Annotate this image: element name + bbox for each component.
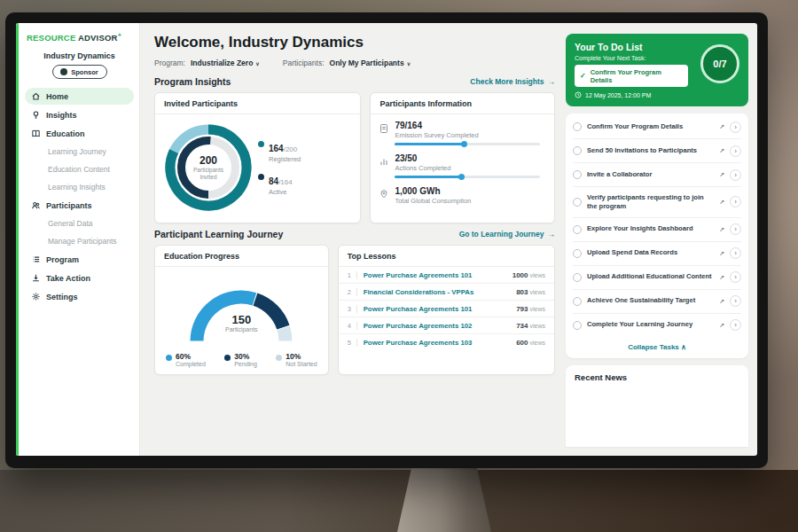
section-title-learning-journey: Participant Learning Journey (154, 229, 283, 239)
task-checkbox[interactable] (573, 170, 582, 179)
legend-dot (166, 355, 172, 361)
task-item[interactable]: Send 50 Invitations to Participants ↗ › (573, 139, 741, 163)
lesson-row: 5 Power Purchase Agreements 103 600views (339, 334, 554, 350)
desk-background (0, 470, 798, 532)
arrow-right-icon: → (548, 77, 556, 86)
sidebar-item-take-action[interactable]: Take Action (25, 270, 134, 286)
external-link-icon: ↗ (719, 250, 724, 257)
chevron-right-icon[interactable]: › (730, 319, 741, 331)
task-checkbox[interactable] (573, 225, 582, 234)
chevron-right-icon[interactable]: › (730, 121, 741, 133)
task-checkbox[interactable] (573, 122, 582, 131)
lesson-views-label: views (529, 289, 545, 295)
sponsor-badge[interactable]: Sponsor (52, 65, 107, 79)
legend-label: Registered (269, 155, 301, 163)
external-link-icon: ↗ (719, 322, 724, 329)
program-select[interactable]: Industrialize Zero ∨ (191, 59, 260, 67)
org-name: Industry Dynamics (25, 51, 134, 60)
sidebar-item-insights[interactable]: Insights (25, 106, 134, 123)
lesson-views: 600 (516, 339, 528, 347)
chevron-right-icon[interactable]: › (730, 169, 741, 181)
sidebar-item-label: Learning Journey (48, 147, 106, 156)
collapse-tasks-link[interactable]: Collapse Tasks ∧ (573, 337, 741, 356)
chevron-right-icon[interactable]: › (730, 247, 741, 259)
education-progress-card: Education Progress 150 Participants 60% … (154, 245, 329, 375)
arrow-right-icon: → (548, 230, 556, 239)
lesson-views: 793 (516, 305, 528, 313)
sidebar-item-general-data[interactable]: General Data (25, 215, 134, 231)
actions-progress-bar (395, 176, 540, 178)
task-item[interactable]: Achieve One Sustainability Target ↗ › (573, 290, 741, 314)
participants-select[interactable]: Only My Participants ∨ (330, 59, 411, 67)
gear-icon (31, 292, 41, 301)
lesson-link[interactable]: Power Purchase Agreements 102 (364, 322, 510, 330)
legend-dot (276, 355, 282, 361)
todo-task-list: Confirm Your Program Details ↗ › Send 50… (566, 113, 748, 358)
sidebar-item-settings[interactable]: Settings (25, 288, 134, 305)
lesson-views: 1000 (512, 271, 528, 279)
sidebar-item-learning-journey[interactable]: Learning Journey (25, 144, 134, 160)
chevron-right-icon[interactable]: › (730, 295, 741, 307)
legend-item-pending: 30% Pending (224, 352, 257, 367)
lesson-link[interactable]: Power Purchase Agreements 103 (364, 339, 510, 347)
sidebar-item-home[interactable]: Home (25, 88, 134, 105)
sidebar-item-label: General Data (48, 219, 93, 228)
list-icon (31, 254, 41, 264)
stat-value: 1,000 GWh (395, 186, 545, 196)
filters-bar: Program: Industrialize Zero ∨ Participan… (154, 59, 555, 67)
task-label: Upload Additional Educational Content (587, 272, 714, 281)
sidebar-item-program[interactable]: Program (25, 251, 134, 268)
task-checkbox[interactable] (573, 146, 582, 155)
task-item[interactable]: Confirm Your Program Details ↗ › (573, 115, 741, 139)
task-item[interactable]: Complete Your Learning Journey ↗ › (573, 314, 741, 337)
lesson-row: 3 Power Purchase Agreements 101 793views (339, 301, 554, 317)
task-item[interactable]: Upload Additional Educational Content ↗ … (573, 266, 741, 290)
stat-label: Emission Survey Completed (395, 131, 545, 139)
task-checkbox[interactable] (573, 321, 582, 330)
sidebar-item-label: Program (46, 255, 79, 264)
logo-resource: RESOURCE (27, 33, 75, 43)
chevron-right-icon[interactable]: › (730, 223, 741, 235)
sidebar-item-label: Learning Insights (48, 183, 106, 192)
next-task-pill[interactable]: ✓ Confirm Your Program Details (575, 65, 688, 87)
main-content: Welcome, Industry Dynamics Program: Indu… (140, 23, 566, 456)
sidebar-item-learning-insights[interactable]: Learning Insights (25, 179, 134, 195)
sidebar-item-label: Insights (46, 111, 77, 120)
legend-value: 164 (269, 144, 284, 153)
chevron-right-icon[interactable]: › (730, 196, 741, 207)
lesson-link[interactable]: Financial Considerations - VPPAs (364, 288, 510, 296)
task-item[interactable]: Verify participants requesting to join t… (573, 187, 741, 218)
monitor-stand (397, 465, 491, 532)
task-checkbox[interactable] (573, 249, 582, 258)
program-filter-label: Program: (154, 59, 185, 67)
task-item[interactable]: Invite a Collaborator ↗ › (573, 163, 741, 187)
lesson-link[interactable]: Power Purchase Agreements 101 (364, 271, 506, 279)
task-item[interactable]: Explore Your Insights Dashboard ↗ › (573, 218, 741, 242)
sidebar-item-manage-participants[interactable]: Manage Participants (25, 233, 134, 249)
legend-label: Pending (234, 361, 257, 367)
task-item[interactable]: Upload Spend Data Records ↗ › (573, 242, 741, 266)
task-label: Invite a Collaborator (587, 170, 714, 179)
lesson-link[interactable]: Power Purchase Agreements 101 (364, 305, 510, 313)
legend-dot (224, 355, 231, 361)
lesson-rank: 3 (348, 305, 357, 313)
lesson-views-label: views (529, 306, 545, 312)
chevron-right-icon[interactable]: › (730, 271, 741, 283)
sidebar-item-education-content[interactable]: Education Content (25, 161, 134, 177)
chevron-right-icon[interactable]: › (730, 145, 741, 157)
task-checkbox[interactable] (573, 297, 582, 306)
gauge-legend: 60% Completed 30% Pending 10% Not Starte… (155, 345, 328, 369)
sidebar-item-participants[interactable]: Participants (25, 197, 134, 214)
program-insights-header: Program Insights Check More Insights → (154, 76, 555, 87)
lesson-rank: 4 (348, 322, 357, 330)
legend-item-active: 84/164 Active (258, 172, 301, 196)
clock-icon (575, 91, 582, 98)
lesson-views: 803 (516, 288, 528, 296)
task-checkbox[interactable] (573, 198, 582, 207)
todo-summary-card: Your To Do List Complete Your Next Task:… (566, 34, 748, 106)
check-more-insights-link[interactable]: Check More Insights → (470, 77, 555, 86)
sidebar-item-education[interactable]: Education (25, 125, 134, 142)
task-checkbox[interactable] (573, 273, 582, 282)
go-to-learning-journey-link[interactable]: Go to Learning Journey → (459, 230, 555, 239)
external-link-icon: ↗ (719, 199, 724, 206)
